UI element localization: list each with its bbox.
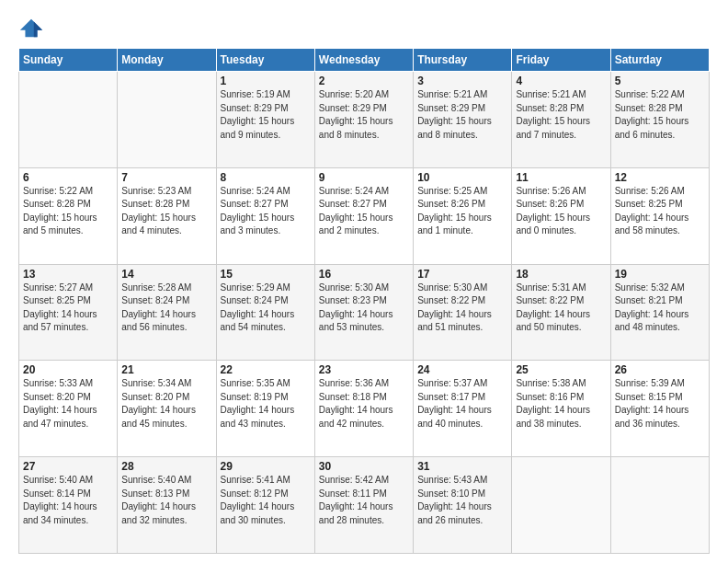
day-number: 10 [417, 171, 507, 184]
day-number: 14 [121, 268, 211, 281]
calendar-cell: 3Sunrise: 5:21 AMSunset: 8:29 PMDaylight… [414, 72, 512, 168]
day-number: 20 [23, 363, 113, 376]
calendar-cell [118, 72, 216, 168]
day-info: Sunrise: 5:22 AMSunset: 8:28 PMDaylight:… [615, 88, 705, 142]
day-number: 25 [516, 363, 606, 376]
day-info: Sunrise: 5:30 AMSunset: 8:22 PMDaylight:… [417, 282, 507, 335]
day-info: Sunrise: 5:40 AMSunset: 8:13 PMDaylight:… [121, 474, 211, 527]
day-number: 19 [615, 268, 705, 281]
day-info: Sunrise: 5:21 AMSunset: 8:29 PMDaylight:… [417, 88, 507, 142]
calendar-week-4: 20Sunrise: 5:33 AMSunset: 8:20 PMDayligh… [19, 361, 710, 457]
calendar-cell: 14Sunrise: 5:28 AMSunset: 8:24 PMDayligh… [118, 264, 216, 361]
calendar-cell: 10Sunrise: 5:25 AMSunset: 8:26 PMDayligh… [414, 167, 512, 264]
day-info: Sunrise: 5:24 AMSunset: 8:27 PMDaylight:… [221, 185, 311, 238]
day-info: Sunrise: 5:23 AMSunset: 8:28 PMDaylight:… [121, 185, 211, 238]
day-info: Sunrise: 5:24 AMSunset: 8:27 PMDaylight:… [319, 185, 409, 238]
day-info: Sunrise: 5:33 AMSunset: 8:20 PMDaylight:… [23, 377, 113, 431]
day-info: Sunrise: 5:27 AMSunset: 8:25 PMDaylight:… [23, 282, 113, 335]
day-number: 8 [221, 171, 311, 184]
calendar-cell: 28Sunrise: 5:40 AMSunset: 8:13 PMDayligh… [118, 457, 216, 554]
day-number: 1 [221, 75, 311, 87]
calendar-week-3: 13Sunrise: 5:27 AMSunset: 8:25 PMDayligh… [19, 264, 710, 361]
day-number: 11 [516, 171, 606, 184]
day-number: 4 [516, 75, 606, 87]
calendar-cell: 20Sunrise: 5:33 AMSunset: 8:20 PMDayligh… [19, 361, 118, 457]
day-info: Sunrise: 5:36 AMSunset: 8:18 PMDaylight:… [319, 377, 409, 431]
day-number: 29 [221, 460, 311, 473]
calendar-cell: 24Sunrise: 5:37 AMSunset: 8:17 PMDayligh… [414, 361, 512, 457]
calendar-cell: 19Sunrise: 5:32 AMSunset: 8:21 PMDayligh… [610, 264, 709, 361]
day-number: 21 [121, 363, 211, 376]
calendar-cell: 13Sunrise: 5:27 AMSunset: 8:25 PMDayligh… [19, 264, 118, 361]
calendar-cell: 8Sunrise: 5:24 AMSunset: 8:27 PMDaylight… [216, 167, 314, 264]
calendar-cell: 15Sunrise: 5:29 AMSunset: 8:24 PMDayligh… [216, 264, 314, 361]
calendar-cell [610, 457, 709, 554]
calendar-header-sunday: Sunday [19, 49, 118, 72]
calendar-cell: 7Sunrise: 5:23 AMSunset: 8:28 PMDaylight… [118, 167, 216, 264]
day-info: Sunrise: 5:19 AMSunset: 8:29 PMDaylight:… [221, 88, 311, 142]
calendar-cell: 2Sunrise: 5:20 AMSunset: 8:29 PMDaylight… [314, 72, 413, 168]
day-number: 6 [23, 171, 113, 184]
day-info: Sunrise: 5:41 AMSunset: 8:12 PMDaylight:… [221, 474, 311, 527]
calendar-cell: 12Sunrise: 5:26 AMSunset: 8:25 PMDayligh… [610, 167, 709, 264]
day-info: Sunrise: 5:20 AMSunset: 8:29 PMDaylight:… [319, 88, 409, 142]
day-info: Sunrise: 5:37 AMSunset: 8:17 PMDaylight:… [417, 377, 507, 431]
day-number: 28 [121, 460, 211, 473]
day-number: 12 [615, 171, 705, 184]
day-info: Sunrise: 5:34 AMSunset: 8:20 PMDaylight:… [121, 377, 211, 431]
day-number: 24 [417, 363, 507, 376]
day-info: Sunrise: 5:40 AMSunset: 8:14 PMDaylight:… [23, 474, 113, 527]
calendar-cell: 31Sunrise: 5:43 AMSunset: 8:10 PMDayligh… [414, 457, 512, 554]
page: SundayMondayTuesdayWednesdayThursdayFrid… [0, 0, 728, 563]
calendar-cell [512, 457, 610, 554]
calendar-cell: 22Sunrise: 5:35 AMSunset: 8:19 PMDayligh… [216, 361, 314, 457]
calendar-cell: 27Sunrise: 5:40 AMSunset: 8:14 PMDayligh… [19, 457, 118, 554]
day-number: 16 [319, 268, 409, 281]
calendar-cell: 29Sunrise: 5:41 AMSunset: 8:12 PMDayligh… [216, 457, 314, 554]
calendar-cell: 9Sunrise: 5:24 AMSunset: 8:27 PMDaylight… [314, 167, 413, 264]
day-number: 15 [221, 268, 311, 281]
day-number: 9 [319, 171, 409, 184]
calendar-week-5: 27Sunrise: 5:40 AMSunset: 8:14 PMDayligh… [19, 457, 710, 554]
calendar-header-wednesday: Wednesday [314, 49, 413, 72]
calendar-cell: 11Sunrise: 5:26 AMSunset: 8:26 PMDayligh… [512, 167, 610, 264]
day-info: Sunrise: 5:42 AMSunset: 8:11 PMDaylight:… [319, 474, 409, 527]
day-number: 30 [319, 460, 409, 473]
logo-icon [18, 15, 44, 40]
day-number: 26 [615, 363, 705, 376]
day-number: 2 [319, 75, 409, 87]
day-info: Sunrise: 5:39 AMSunset: 8:15 PMDaylight:… [615, 377, 705, 431]
calendar-cell: 25Sunrise: 5:38 AMSunset: 8:16 PMDayligh… [512, 361, 610, 457]
calendar-table: SundayMondayTuesdayWednesdayThursdayFrid… [18, 48, 710, 554]
day-info: Sunrise: 5:26 AMSunset: 8:25 PMDaylight:… [615, 185, 705, 238]
day-number: 18 [516, 268, 606, 281]
calendar-cell: 30Sunrise: 5:42 AMSunset: 8:11 PMDayligh… [314, 457, 413, 554]
day-number: 13 [23, 268, 113, 281]
day-info: Sunrise: 5:22 AMSunset: 8:28 PMDaylight:… [23, 185, 113, 238]
calendar-cell: 17Sunrise: 5:30 AMSunset: 8:22 PMDayligh… [414, 264, 512, 361]
day-number: 17 [417, 268, 507, 281]
day-number: 27 [23, 460, 113, 473]
day-info: Sunrise: 5:29 AMSunset: 8:24 PMDaylight:… [221, 282, 311, 335]
day-number: 3 [417, 75, 507, 87]
day-info: Sunrise: 5:21 AMSunset: 8:28 PMDaylight:… [516, 88, 606, 142]
day-info: Sunrise: 5:43 AMSunset: 8:10 PMDaylight:… [417, 474, 507, 527]
day-info: Sunrise: 5:25 AMSunset: 8:26 PMDaylight:… [417, 185, 507, 238]
day-info: Sunrise: 5:32 AMSunset: 8:21 PMDaylight:… [615, 282, 705, 335]
day-number: 5 [615, 75, 705, 87]
day-number: 22 [221, 363, 311, 376]
calendar-week-1: 1Sunrise: 5:19 AMSunset: 8:29 PMDaylight… [19, 72, 710, 168]
calendar-cell [19, 72, 118, 168]
day-info: Sunrise: 5:38 AMSunset: 8:16 PMDaylight:… [516, 377, 606, 431]
calendar-cell: 4Sunrise: 5:21 AMSunset: 8:28 PMDaylight… [512, 72, 610, 168]
calendar-cell: 16Sunrise: 5:30 AMSunset: 8:23 PMDayligh… [314, 264, 413, 361]
day-info: Sunrise: 5:31 AMSunset: 8:22 PMDaylight:… [516, 282, 606, 335]
calendar-header-friday: Friday [512, 49, 610, 72]
day-info: Sunrise: 5:28 AMSunset: 8:24 PMDaylight:… [121, 282, 211, 335]
day-info: Sunrise: 5:35 AMSunset: 8:19 PMDaylight:… [221, 377, 311, 431]
calendar-cell: 5Sunrise: 5:22 AMSunset: 8:28 PMDaylight… [610, 72, 709, 168]
calendar-cell: 23Sunrise: 5:36 AMSunset: 8:18 PMDayligh… [314, 361, 413, 457]
calendar-header-row: SundayMondayTuesdayWednesdayThursdayFrid… [19, 49, 710, 72]
calendar-cell: 21Sunrise: 5:34 AMSunset: 8:20 PMDayligh… [118, 361, 216, 457]
day-info: Sunrise: 5:26 AMSunset: 8:26 PMDaylight:… [516, 185, 606, 238]
